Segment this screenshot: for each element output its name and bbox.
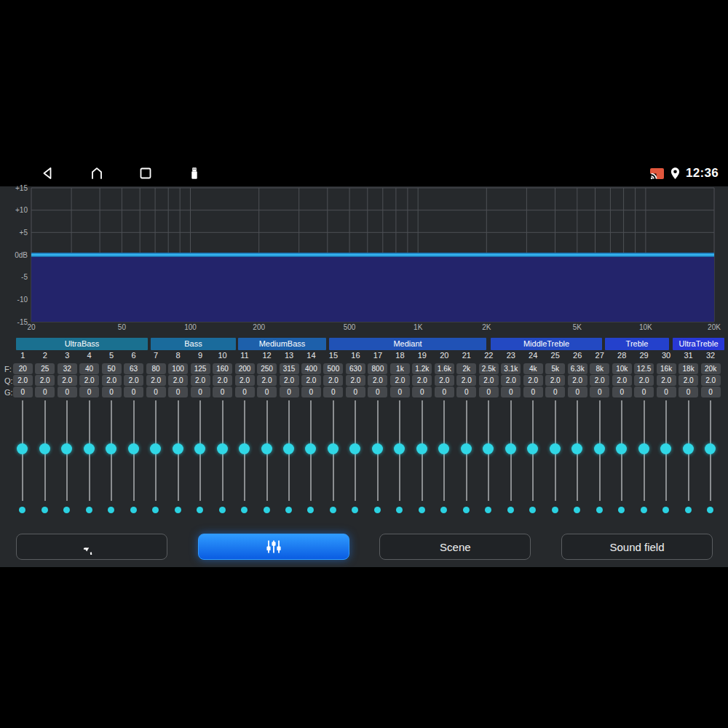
band-gain-value[interactable]: 0 bbox=[568, 387, 587, 397]
band-q-value[interactable]: 2.0 bbox=[58, 375, 77, 386]
gain-slider-knob[interactable] bbox=[705, 443, 716, 454]
band-gain-value[interactable]: 0 bbox=[191, 387, 210, 397]
band-frequency-value[interactable]: 20k bbox=[701, 363, 721, 374]
band-q-value[interactable]: 2.0 bbox=[146, 375, 166, 386]
band-q-value[interactable]: 2.0 bbox=[280, 375, 299, 386]
gain-slider-knob[interactable] bbox=[550, 443, 561, 454]
band-gain-value[interactable]: 0 bbox=[657, 387, 676, 397]
gain-slider-knob[interactable] bbox=[261, 443, 272, 454]
gain-slider-knob[interactable] bbox=[217, 443, 228, 454]
reset-button[interactable] bbox=[16, 534, 167, 560]
band-indicator-dot[interactable] bbox=[618, 507, 625, 513]
band-gain-value[interactable]: 0 bbox=[13, 387, 33, 397]
gain-slider-knob[interactable] bbox=[483, 443, 494, 454]
band-gain-value[interactable]: 0 bbox=[368, 387, 387, 397]
band-q-value[interactable]: 2.0 bbox=[412, 375, 432, 386]
band-indicator-dot[interactable] bbox=[485, 507, 491, 513]
gain-slider-knob[interactable] bbox=[505, 443, 516, 454]
band-gain-value[interactable]: 0 bbox=[435, 387, 454, 397]
band-gain-value[interactable]: 0 bbox=[390, 387, 410, 397]
band-q-value[interactable]: 2.0 bbox=[435, 375, 454, 386]
band-frequency-value[interactable]: 12.5 bbox=[634, 363, 654, 374]
band-q-value[interactable]: 2.0 bbox=[323, 375, 343, 386]
band-frequency-value[interactable]: 10k bbox=[612, 363, 632, 374]
band-frequency-value[interactable]: 16k bbox=[657, 363, 676, 374]
band-gain-value[interactable]: 0 bbox=[590, 387, 609, 397]
band-q-value[interactable]: 2.0 bbox=[35, 375, 55, 386]
band-indicator-dot[interactable] bbox=[108, 507, 114, 513]
gain-slider-knob[interactable] bbox=[683, 443, 694, 454]
band-indicator-dot[interactable] bbox=[197, 507, 203, 513]
band-frequency-value[interactable]: 315 bbox=[280, 363, 299, 374]
band-q-value[interactable]: 2.0 bbox=[301, 375, 321, 386]
gain-slider-knob[interactable] bbox=[61, 443, 72, 454]
band-indicator-dot[interactable] bbox=[152, 507, 159, 513]
band-header-ultratreble[interactable]: UltraTreble bbox=[673, 338, 724, 350]
band-frequency-value[interactable]: 2.5k bbox=[479, 363, 499, 374]
gain-slider-knob[interactable] bbox=[106, 443, 116, 454]
gain-slider-knob[interactable] bbox=[328, 443, 339, 454]
band-indicator-dot[interactable] bbox=[419, 507, 425, 513]
band-gain-value[interactable]: 0 bbox=[479, 387, 499, 397]
band-frequency-value[interactable]: 500 bbox=[323, 363, 343, 374]
band-header-bass[interactable]: Bass bbox=[151, 338, 236, 350]
gain-slider-knob[interactable] bbox=[173, 443, 183, 454]
band-gain-value[interactable]: 0 bbox=[280, 387, 299, 397]
band-gain-value[interactable]: 0 bbox=[58, 387, 77, 397]
band-indicator-dot[interactable] bbox=[552, 507, 558, 513]
band-indicator-dot[interactable] bbox=[330, 507, 336, 513]
band-frequency-value[interactable]: 100 bbox=[168, 363, 188, 374]
band-gain-value[interactable]: 0 bbox=[102, 387, 122, 397]
band-indicator-dot[interactable] bbox=[463, 507, 470, 513]
gain-slider-knob[interactable] bbox=[438, 443, 449, 454]
band-indicator-dot[interactable] bbox=[241, 507, 248, 513]
band-frequency-value[interactable]: 1.2k bbox=[412, 363, 432, 374]
band-gain-value[interactable]: 0 bbox=[301, 387, 321, 397]
band-gain-value[interactable]: 0 bbox=[523, 387, 543, 397]
band-gain-value[interactable]: 0 bbox=[79, 387, 99, 397]
band-indicator-dot[interactable] bbox=[285, 507, 292, 513]
gain-slider-knob[interactable] bbox=[84, 443, 95, 454]
band-frequency-value[interactable]: 1k bbox=[390, 363, 410, 374]
band-frequency-value[interactable]: 800 bbox=[368, 363, 387, 374]
band-frequency-value[interactable]: 25 bbox=[35, 363, 55, 374]
gain-slider-knob[interactable] bbox=[283, 443, 294, 454]
band-indicator-dot[interactable] bbox=[574, 507, 580, 513]
gain-slider-knob[interactable] bbox=[594, 443, 605, 454]
band-q-value[interactable]: 2.0 bbox=[124, 375, 143, 386]
band-frequency-value[interactable]: 3.1k bbox=[501, 363, 521, 374]
band-frequency-value[interactable]: 160 bbox=[213, 363, 232, 374]
band-q-value[interactable]: 2.0 bbox=[545, 375, 565, 386]
band-indicator-dot[interactable] bbox=[41, 507, 48, 513]
band-frequency-value[interactable]: 125 bbox=[191, 363, 210, 374]
sound-field-button[interactable]: Sound field bbox=[561, 534, 713, 560]
band-gain-value[interactable]: 0 bbox=[146, 387, 166, 397]
band-frequency-value[interactable]: 63 bbox=[124, 363, 143, 374]
band-frequency-value[interactable]: 20 bbox=[13, 363, 33, 374]
equalizer-button[interactable] bbox=[198, 534, 349, 560]
gain-slider-knob[interactable] bbox=[39, 443, 50, 454]
band-frequency-value[interactable]: 32 bbox=[58, 363, 77, 374]
band-indicator-dot[interactable] bbox=[529, 507, 536, 513]
recents-icon[interactable] bbox=[138, 166, 153, 181]
band-q-value[interactable]: 2.0 bbox=[523, 375, 543, 386]
band-indicator-dot[interactable] bbox=[307, 507, 314, 513]
gain-slider-knob[interactable] bbox=[372, 443, 383, 454]
band-header-mediant[interactable]: Mediant bbox=[329, 338, 486, 350]
band-frequency-value[interactable]: 6.3k bbox=[568, 363, 587, 374]
gain-slider-knob[interactable] bbox=[128, 443, 139, 454]
gain-slider-knob[interactable] bbox=[638, 443, 649, 454]
band-indicator-dot[interactable] bbox=[440, 507, 447, 513]
gain-slider-knob[interactable] bbox=[571, 443, 582, 454]
band-frequency-value[interactable]: 250 bbox=[257, 363, 277, 374]
gain-slider-knob[interactable] bbox=[349, 443, 360, 454]
band-gain-value[interactable]: 0 bbox=[501, 387, 521, 397]
gain-slider-knob[interactable] bbox=[17, 443, 28, 454]
band-q-value[interactable]: 2.0 bbox=[634, 375, 654, 386]
band-q-value[interactable]: 2.0 bbox=[346, 375, 365, 386]
gain-slider-knob[interactable] bbox=[616, 443, 627, 454]
band-gain-value[interactable]: 0 bbox=[235, 387, 255, 397]
band-header-treble[interactable]: Treble bbox=[605, 338, 669, 350]
band-gain-value[interactable]: 0 bbox=[456, 387, 476, 397]
band-indicator-dot[interactable] bbox=[685, 507, 692, 513]
